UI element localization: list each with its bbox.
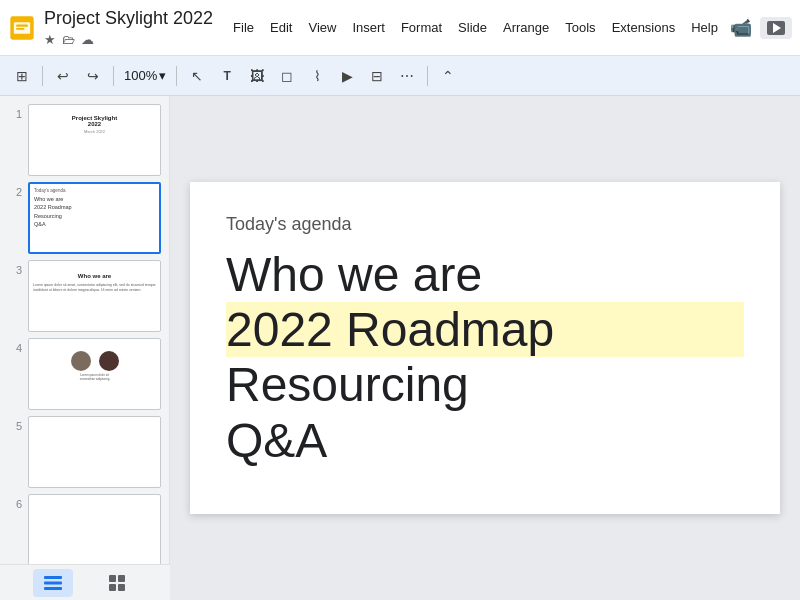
- slide-thumbnails: 1 Project Skylight2022 March 2022 2 Toda…: [0, 96, 170, 564]
- slide-num-3: 3: [8, 260, 22, 276]
- slide-thumb-2[interactable]: 2 Today's agenda Who we are2022 RoadmapR…: [8, 182, 161, 254]
- slide-agenda-list: Who we are 2022 Roadmap Resourcing Q&A: [226, 247, 744, 468]
- cursor-icon[interactable]: ↖: [183, 62, 211, 90]
- slide-preview-2[interactable]: Today's agenda Who we are2022 RoadmapRes…: [28, 182, 161, 254]
- more-toolbar-icon[interactable]: ⋯: [393, 62, 421, 90]
- agenda-line-1: Who we are: [226, 247, 744, 302]
- sidebar-bottom: [0, 564, 170, 600]
- svg-rect-3: [16, 28, 24, 30]
- grid-view-icon: [109, 575, 125, 591]
- slide-num-6: 6: [8, 494, 22, 510]
- collapse-toolbar-icon[interactable]: ⌃: [434, 62, 462, 90]
- s3-title: Who we are: [33, 273, 156, 279]
- menu-bar: File Edit View Insert Format Slide Arran…: [225, 16, 726, 39]
- app-icon: [8, 12, 36, 44]
- star-icon[interactable]: ★: [44, 32, 56, 47]
- zoom-chevron-icon: ▾: [159, 68, 166, 83]
- s2-agenda-label: Today's agenda: [34, 188, 155, 193]
- svg-rect-6: [44, 576, 62, 579]
- svg-rect-9: [109, 575, 116, 582]
- toolbar-separator-3: [176, 66, 177, 86]
- title-icons: ★ 🗁 ☁: [44, 32, 213, 47]
- s3-text: Lorem ipsum dolor sit amet, consectetur …: [33, 283, 156, 293]
- s4-text: Lorem ipsum dolor sitconsectetur adipisc…: [33, 373, 156, 381]
- image-icon[interactable]: 🖼: [243, 62, 271, 90]
- svg-rect-12: [118, 584, 125, 591]
- zoom-control[interactable]: 100% ▾: [120, 68, 170, 83]
- menu-file[interactable]: File: [225, 16, 262, 39]
- slide-thumb-5[interactable]: 5: [8, 416, 161, 488]
- s2-agenda-items: Who we are2022 RoadmapResourcingQ&A: [34, 195, 155, 228]
- menu-tools[interactable]: Tools: [557, 16, 603, 39]
- folder-icon[interactable]: 🗁: [62, 32, 75, 47]
- toolbar-separator-4: [427, 66, 428, 86]
- slide-num-2: 2: [8, 182, 22, 198]
- cloud-icon[interactable]: ☁: [81, 32, 94, 47]
- video-icon[interactable]: ▶: [333, 62, 361, 90]
- slide-thumb-3[interactable]: 3 Who we are Lorem ipsum dolor sit amet,…: [8, 260, 161, 332]
- menu-view[interactable]: View: [300, 16, 344, 39]
- s4-avatar-1: [71, 351, 91, 371]
- toolbar-separator-1: [42, 66, 43, 86]
- slide-num-5: 5: [8, 416, 22, 432]
- topbar: Project Skylight 2022 ★ 🗁 ☁ File Edit Vi…: [0, 0, 800, 56]
- s4-avatar-2: [99, 351, 119, 371]
- text-box-icon[interactable]: T: [213, 62, 241, 90]
- menu-edit[interactable]: Edit: [262, 16, 300, 39]
- main-area: 1 Project Skylight2022 March 2022 2 Toda…: [0, 96, 800, 600]
- slide-preview-3[interactable]: Who we are Lorem ipsum dolor sit amet, c…: [28, 260, 161, 332]
- grid-toolbar-icon[interactable]: ⊞: [8, 62, 36, 90]
- agenda-line-3: Resourcing: [226, 357, 744, 412]
- slide-thumb-4[interactable]: 4 Lorem ipsum dolor sitconsectetur adipi…: [8, 338, 161, 410]
- redo-button[interactable]: ↪: [79, 62, 107, 90]
- svg-rect-7: [44, 581, 62, 584]
- slide-num-4: 4: [8, 338, 22, 354]
- s1-title: Project Skylight2022: [33, 115, 156, 127]
- slide-canvas: Today's agenda Who we are 2022 Roadmap R…: [190, 182, 780, 514]
- svg-rect-2: [16, 24, 28, 26]
- list-view-button[interactable]: [33, 569, 73, 597]
- slide-preview-1[interactable]: Project Skylight2022 March 2022: [28, 104, 161, 176]
- menu-format[interactable]: Format: [393, 16, 450, 39]
- slide-num-1: 1: [8, 104, 22, 120]
- agenda-line-4: Q&A: [226, 413, 744, 468]
- slide-preview-6[interactable]: [28, 494, 161, 564]
- svg-rect-10: [118, 575, 125, 582]
- menu-extensions[interactable]: Extensions: [604, 16, 684, 39]
- table-icon[interactable]: ⊟: [363, 62, 391, 90]
- slide-thumb-6[interactable]: 6: [8, 494, 161, 564]
- canvas-area[interactable]: Today's agenda Who we are 2022 Roadmap R…: [170, 96, 800, 600]
- topbar-right: 📹 Slideshow ▾ 👤 Share A: [730, 12, 800, 44]
- slide-preview-4[interactable]: Lorem ipsum dolor sitconsectetur adipisc…: [28, 338, 161, 410]
- list-view-icon: [44, 576, 62, 590]
- menu-help[interactable]: Help: [683, 16, 726, 39]
- menu-insert[interactable]: Insert: [344, 16, 393, 39]
- sidebar-wrapper: 1 Project Skylight2022 March 2022 2 Toda…: [0, 96, 170, 600]
- toolbar: ⊞ ↩ ↪ 100% ▾ ↖ T 🖼 ◻ ⌇ ▶ ⊟ ⋯ ⌃: [0, 56, 800, 96]
- grid-view-button[interactable]: [97, 569, 137, 597]
- slide-today-heading: Today's agenda: [226, 214, 744, 235]
- slide-thumb-1[interactable]: 1 Project Skylight2022 March 2022: [8, 104, 161, 176]
- camera-icon[interactable]: 📹: [730, 17, 752, 39]
- lines-icon[interactable]: ⌇: [303, 62, 331, 90]
- svg-rect-11: [109, 584, 116, 591]
- svg-rect-8: [44, 587, 62, 590]
- agenda-line-2[interactable]: 2022 Roadmap: [226, 302, 744, 357]
- present-icon[interactable]: [760, 17, 792, 39]
- menu-arrange[interactable]: Arrange: [495, 16, 557, 39]
- slide-panel: 1 Project Skylight2022 March 2022 2 Toda…: [0, 96, 170, 564]
- s1-sub: March 2022: [33, 129, 156, 134]
- doc-title[interactable]: Project Skylight 2022: [44, 8, 213, 30]
- zoom-level: 100%: [124, 68, 157, 83]
- toolbar-separator-2: [113, 66, 114, 86]
- s4-avatars: [33, 351, 156, 371]
- undo-button[interactable]: ↩: [49, 62, 77, 90]
- shapes-icon[interactable]: ◻: [273, 62, 301, 90]
- slide-preview-5[interactable]: [28, 416, 161, 488]
- title-area: Project Skylight 2022 ★ 🗁 ☁: [44, 8, 213, 47]
- menu-slide[interactable]: Slide: [450, 16, 495, 39]
